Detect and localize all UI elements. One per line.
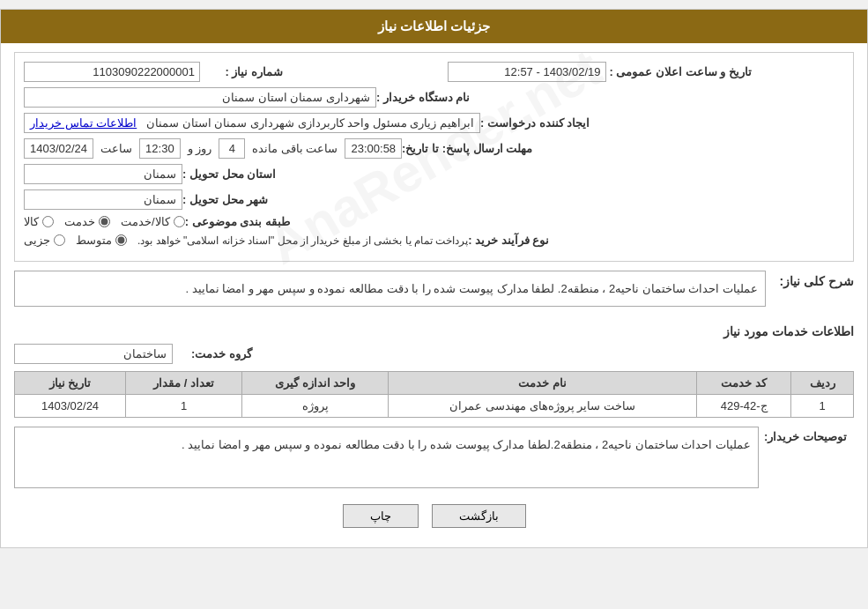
deadline-date-value: 1403/02/24 — [24, 138, 93, 159]
description-section-title: شرح کلی نیاز: — [766, 274, 854, 288]
description-text: عملیات احداث ساختمان ناحیه2 ، منطقه2. لط… — [14, 271, 766, 307]
radio-khedmat[interactable] — [99, 216, 110, 227]
radio-kala-khedmat-item[interactable]: کالا/خدمت — [121, 215, 185, 228]
group-service-label: گروه خدمت: — [173, 347, 252, 360]
province-label: استان محل تحویل : — [182, 167, 276, 181]
category-label: طبقه بندی موضوعی : — [185, 215, 290, 228]
process-note: پرداخت تمام یا بخشی از مبلغ خریدار از مح… — [137, 234, 468, 247]
remaining-days-value: 4 — [219, 138, 245, 159]
deadline-time-label: ساعت — [100, 142, 132, 155]
col-unit: واحد اندازه گیری — [242, 372, 389, 395]
buyer-name-value: شهرداری سمنان استان سمنان — [24, 87, 376, 108]
need-number-value: 1103090222000001 — [24, 62, 200, 82]
radio-motevaset-label: متوسط — [76, 234, 112, 247]
radio-kala-khedmat[interactable] — [174, 216, 185, 227]
radio-khedmat-label: خدمت — [64, 215, 95, 228]
date-value: 1403/02/19 - 12:57 — [448, 62, 606, 82]
radio-kala-item[interactable]: کالا — [24, 215, 54, 228]
creator-label: ایجاد کننده درخواست : — [480, 116, 590, 130]
back-button[interactable]: بازگشت — [432, 504, 526, 528]
category-radio-group: کالا/خدمت خدمت کالا — [24, 215, 185, 228]
col-code: کد خدمت — [696, 372, 790, 395]
col-date: تاریخ نیاز — [15, 372, 126, 395]
remaining-day-label: روز و — [188, 142, 212, 155]
col-row-num: ردیف — [791, 372, 854, 395]
radio-kala[interactable] — [42, 216, 54, 227]
city-value: سمنان — [24, 189, 182, 210]
buyer-desc-text: عملیات احداث ساختمان ناحیه2 ، منطقه2.لطف… — [14, 427, 759, 488]
need-number-label: شماره نیاز : — [204, 65, 283, 78]
province-value: سمنان — [24, 164, 182, 184]
creator-value: ابراهیم زیاری مسئول واحد کاربردازی شهردا… — [24, 113, 480, 133]
radio-motevaset[interactable] — [115, 234, 127, 246]
process-radio-group: پرداخت تمام یا بخشی از مبلغ خریدار از مح… — [24, 234, 468, 247]
radio-khedmat-item[interactable]: خدمت — [64, 215, 110, 228]
page-title: جزئیات اطلاعات نیاز — [378, 19, 490, 33]
group-service-value: ساختمان — [14, 344, 173, 364]
date-label: تاریخ و ساعت اعلان عمومی : — [610, 65, 752, 78]
col-qty: تعداد / مقدار — [126, 372, 242, 395]
table-row: 1ج-42-429ساخت سایر پروژه‌های مهندسی عمرا… — [15, 395, 854, 418]
buyer-desc-label: توصیحات خریدار: — [759, 427, 847, 443]
remaining-time-value: 23:00:58 — [345, 138, 402, 159]
radio-kala-khedmat-label: کالا/خدمت — [121, 215, 170, 228]
radio-motevaset-item[interactable]: متوسط — [76, 234, 127, 247]
services-section-title: اطلاعات خدمات مورد نیاز — [14, 324, 854, 338]
page-header: جزئیات اطلاعات نیاز — [1, 10, 867, 43]
deadline-time-value: 12:30 — [139, 138, 181, 159]
process-type-label: نوع فرآیند خرید : — [468, 234, 549, 247]
radio-jozi[interactable] — [54, 234, 65, 246]
radio-jozi-item[interactable]: جزیی — [24, 234, 65, 247]
print-button[interactable]: چاپ — [343, 504, 419, 528]
contact-info-link[interactable]: اطلاعات تماس خریدار — [30, 116, 137, 130]
remaining-time-label: ساعت باقی مانده — [252, 142, 338, 155]
city-label: شهر محل تحویل : — [182, 193, 268, 206]
buttons-row: بازگشت چاپ — [14, 504, 854, 528]
buyer-desc-row: توصیحات خریدار: عملیات احداث ساختمان ناح… — [14, 427, 854, 494]
services-table: ردیف کد خدمت نام خدمت واحد اندازه گیری ت… — [14, 371, 854, 418]
buyer-name-label: نام دستگاه خریدار : — [376, 91, 470, 104]
col-name: نام خدمت — [389, 372, 697, 395]
radio-jozi-label: جزیی — [24, 234, 50, 247]
radio-kala-label: کالا — [24, 215, 39, 228]
deadline-label: مهلت ارسال پاسخ: تا تاریخ: — [402, 142, 532, 155]
